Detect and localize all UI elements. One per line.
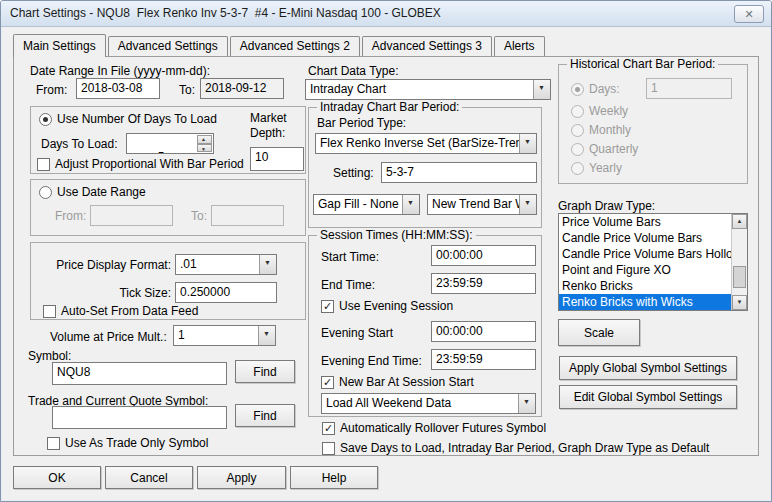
market-depth-input[interactable]: 10 — [250, 147, 304, 171]
symbol-find-button[interactable]: Find — [235, 360, 295, 383]
help-button[interactable]: Help — [290, 466, 378, 489]
historical-weekly-radio[interactable] — [571, 105, 584, 118]
new-trend-bar-select[interactable]: New Trend Bar W — [427, 194, 537, 215]
evening-end-time-input[interactable]: 23:59:59 — [431, 349, 536, 370]
chevron-down-icon[interactable] — [518, 394, 535, 413]
range-from-label: From: — [55, 209, 86, 223]
historical-quarterly-radio[interactable] — [571, 143, 584, 156]
list-item[interactable]: Price Volume Bars — [559, 214, 731, 230]
session-times-group: Session Times (HH:MM:SS): Start Time: 00… — [308, 235, 542, 417]
list-item[interactable]: Point and Figure XO — [559, 262, 731, 278]
historical-bar-period-group: Historical Chart Bar Period: Days: 1 Wee… — [558, 64, 748, 184]
chevron-down-icon[interactable] — [259, 255, 276, 274]
range-from-input[interactable] — [90, 205, 173, 226]
tab-main-settings[interactable]: Main Settings — [13, 34, 106, 57]
bar-period-type-select[interactable]: Flex Renko Inverse Set (BarSize-Trend — [315, 133, 537, 154]
edit-global-symbol-settings-button[interactable]: Edit Global Symbol Settings — [559, 385, 737, 409]
main-settings-page: Date Range In File (yyyy-mm-dd): From: 2… — [13, 56, 759, 456]
days-to-load-input[interactable]: 5 — [126, 133, 214, 154]
auto-set-from-data-feed-checkbox[interactable] — [43, 305, 56, 318]
use-number-of-days-radio[interactable] — [39, 113, 52, 126]
evening-start-input[interactable]: 00:00:00 — [431, 321, 536, 342]
scroll-up-icon[interactable]: ▲ — [732, 214, 747, 229]
days-to-load-value: 5 — [158, 150, 165, 154]
range-to-input[interactable] — [211, 205, 284, 226]
chevron-down-icon[interactable] — [533, 80, 550, 99]
scrollbar-thumb[interactable] — [733, 266, 746, 288]
trade-symbol-input[interactable] — [52, 406, 227, 429]
tab-advanced-settings-3[interactable]: Advanced Settings 3 — [362, 36, 492, 56]
date-range-in-file-label: Date Range In File (yyyy-mm-dd): — [30, 64, 210, 78]
chevron-down-icon[interactable] — [519, 195, 536, 214]
tab-alerts[interactable]: Alerts — [494, 36, 545, 56]
tick-size-input[interactable]: 0.250000 — [175, 282, 277, 303]
scale-button[interactable]: Scale — [558, 319, 640, 346]
save-as-default-checkbox[interactable] — [322, 442, 335, 455]
list-item-selected[interactable]: Renko Bricks with Wicks — [559, 294, 731, 310]
chevron-down-icon[interactable] — [402, 195, 419, 214]
weekend-data-select[interactable]: Load All Weekend Data — [321, 393, 536, 414]
new-bar-at-session-start-checkbox[interactable] — [321, 376, 334, 389]
use-evening-session-checkbox[interactable] — [321, 300, 334, 313]
list-item[interactable]: Candle Price Volume Bars — [559, 230, 731, 246]
chevron-down-icon[interactable] — [258, 326, 275, 345]
use-date-range-radio[interactable] — [39, 186, 52, 199]
historical-bar-period-title: Historical Chart Bar Period: — [567, 57, 718, 71]
listbox-scrollbar[interactable]: ▲ ▼ — [731, 214, 747, 310]
historical-monthly-radio[interactable] — [571, 124, 584, 137]
days-to-load-spinner[interactable] — [197, 135, 212, 152]
chevron-down-icon[interactable] — [519, 134, 536, 153]
symbol-input[interactable]: NQU8 — [52, 362, 227, 385]
auto-rollover-checkbox[interactable] — [322, 422, 335, 435]
setting-label: Setting: — [333, 166, 374, 180]
auto-set-from-data-feed-label: Auto-Set From Data Feed — [61, 304, 198, 318]
price-display-format-value: .01 — [180, 257, 197, 271]
bar-period-type-label: Bar Period Type: — [317, 116, 406, 130]
use-number-of-days-label: Use Number Of Days To Load — [57, 112, 217, 126]
price-display-format-select[interactable]: .01 — [175, 254, 277, 275]
trade-symbol-find-button[interactable]: Find — [235, 404, 295, 427]
spinner-down-icon[interactable] — [197, 144, 212, 153]
use-date-range-label: Use Date Range — [57, 185, 146, 199]
start-time-label: Start Time: — [321, 250, 379, 264]
adjust-proportional-checkbox[interactable] — [37, 158, 50, 171]
historical-days-radio[interactable] — [571, 83, 584, 96]
use-as-trade-only-checkbox[interactable] — [47, 437, 60, 450]
file-to-value[interactable]: 2018-09-12 — [200, 78, 284, 99]
use-evening-session-label: Use Evening Session — [339, 299, 453, 313]
chart-data-type-value: Intraday Chart — [310, 82, 386, 96]
scroll-down-icon[interactable]: ▼ — [732, 295, 747, 310]
ok-button[interactable]: OK — [13, 466, 101, 489]
gap-fill-select[interactable]: Gap Fill - None — [313, 194, 420, 215]
tab-advanced-settings-2[interactable]: Advanced Settings 2 — [230, 36, 360, 56]
tick-size-label: Tick Size: — [39, 286, 171, 300]
apply-button[interactable]: Apply — [197, 466, 286, 489]
setting-input[interactable]: 5-3-7 — [381, 162, 537, 183]
chart-data-type-select[interactable]: Intraday Chart — [305, 79, 551, 100]
file-to-label: To: — [179, 83, 195, 97]
cancel-button[interactable]: Cancel — [105, 466, 193, 489]
weekend-data-value: Load All Weekend Data — [326, 396, 451, 410]
spinner-up-icon[interactable] — [197, 135, 212, 144]
volume-at-price-mult-label: Volume at Price Mult.: — [50, 330, 167, 344]
historical-yearly-radio[interactable] — [571, 162, 584, 175]
list-item[interactable]: Candle Price Volume Bars Hollow — [559, 246, 731, 262]
start-time-input[interactable]: 00:00:00 — [431, 245, 536, 266]
volume-at-price-mult-select[interactable]: 1 — [173, 325, 276, 346]
volume-at-price-mult-value: 1 — [178, 328, 185, 342]
end-time-input[interactable]: 23:59:59 — [431, 273, 536, 294]
historical-days-input[interactable]: 1 — [646, 78, 732, 99]
close-icon[interactable]: ✕ — [734, 5, 764, 23]
title-bar: Chart Settings - NQU8 Flex Renko Inv 5-3… — [1, 1, 771, 27]
list-item[interactable]: Renko Bricks — [559, 278, 731, 294]
end-time-label: End Time: — [321, 278, 375, 292]
gap-fill-value: Gap Fill - None — [318, 197, 399, 211]
new-bar-at-session-start-label: New Bar At Session Start — [339, 375, 474, 389]
historical-weekly-label: Weekly — [589, 104, 628, 118]
file-from-value[interactable]: 2018-03-08 — [76, 78, 160, 99]
apply-global-symbol-settings-button[interactable]: Apply Global Symbol Settings — [559, 356, 737, 380]
graph-draw-type-listbox[interactable]: Price Volume Bars Candle Price Volume Ba… — [558, 213, 748, 311]
tab-advanced-settings[interactable]: Advanced Settings — [108, 36, 228, 56]
file-from-label: From: — [36, 83, 67, 97]
adjust-proportional-label: Adjust Proportional With Bar Period — [55, 157, 244, 171]
